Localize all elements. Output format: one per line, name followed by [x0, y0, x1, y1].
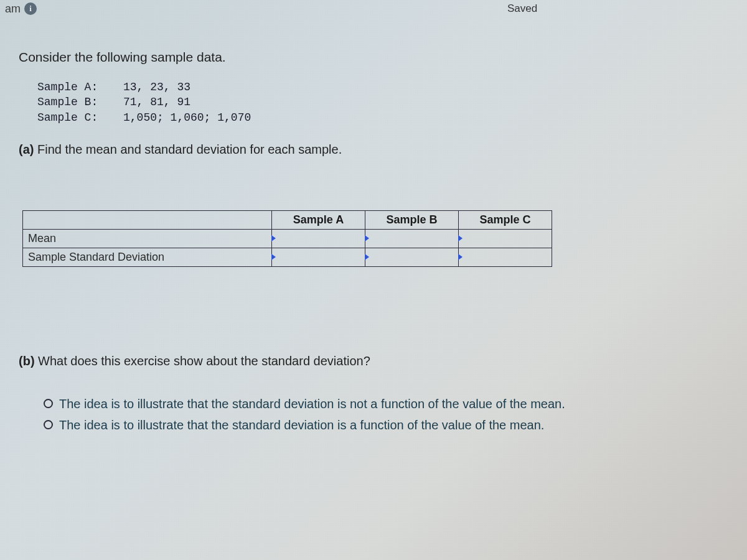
row-label-mean: Mean: [23, 229, 272, 248]
radio-icon[interactable]: [44, 399, 53, 408]
radio-icon[interactable]: [44, 420, 53, 429]
top-bar: am i: [0, 0, 747, 17]
answer-table: Sample A Sample B Sample C Mean Sample S…: [22, 210, 552, 267]
row-label-stddev: Sample Standard Deviation: [23, 248, 272, 266]
cell-marker-icon: [271, 235, 276, 241]
cell-marker-icon: [365, 235, 369, 241]
option-1-text: The idea is to illustrate that the stand…: [59, 393, 565, 414]
part-b-prefix: (b): [19, 354, 35, 368]
sample-c-values: 1,050; 1,060; 1,070: [123, 110, 251, 125]
part-b-prompt: (b) What does this exercise show about t…: [19, 354, 728, 368]
sample-row-c: Sample C: 1,050; 1,060; 1,070: [37, 110, 728, 125]
option-2[interactable]: The idea is to illustrate that the stand…: [44, 414, 728, 436]
table-row-stddev: Sample Standard Deviation: [23, 248, 552, 266]
options-group: The idea is to illustrate that the stand…: [44, 393, 728, 436]
table-row-mean: Mean: [23, 229, 552, 248]
input-mean-a[interactable]: [272, 229, 365, 248]
part-a-prompt: (a) Find the mean and standard deviation…: [19, 142, 728, 157]
info-icon[interactable]: i: [24, 2, 37, 15]
title-text: am: [5, 2, 21, 16]
cell-marker-icon: [458, 235, 463, 241]
option-2-text: The idea is to illustrate that the stand…: [59, 414, 544, 436]
part-b-text: What does this exercise show about the s…: [35, 354, 370, 368]
col-head-sample-c: Sample C: [459, 210, 552, 229]
sample-b-values: 71, 81, 91: [123, 95, 190, 110]
col-head-sample-a: Sample A: [272, 210, 365, 229]
cell-marker-icon: [458, 254, 463, 260]
part-a-prefix: (a): [19, 142, 34, 156]
page-title-fragment: am i: [5, 2, 37, 16]
question-content: Consider the following sample data. Samp…: [19, 50, 728, 436]
intro-text: Consider the following sample data.: [19, 50, 728, 65]
cell-marker-icon: [271, 254, 276, 260]
col-head-sample-b: Sample B: [365, 210, 459, 229]
sample-b-label: Sample B:: [37, 95, 106, 110]
input-stddev-b[interactable]: [365, 248, 459, 266]
option-1[interactable]: The idea is to illustrate that the stand…: [44, 393, 728, 414]
input-mean-b[interactable]: [365, 229, 459, 248]
input-mean-c[interactable]: [459, 229, 552, 248]
sample-a-label: Sample A:: [37, 80, 106, 95]
input-stddev-a[interactable]: [272, 248, 365, 266]
input-stddev-c[interactable]: [459, 248, 552, 266]
sample-data-block: Sample A: 13, 23, 33 Sample B: 71, 81, 9…: [37, 80, 728, 125]
part-a-text: Find the mean and standard deviation for…: [34, 142, 342, 156]
sample-row-a: Sample A: 13, 23, 33: [37, 80, 728, 95]
cell-marker-icon: [365, 254, 369, 260]
table-corner-cell: [23, 210, 272, 229]
sample-c-label: Sample C:: [37, 110, 106, 125]
sample-a-values: 13, 23, 33: [123, 80, 190, 95]
saved-indicator: Saved: [507, 2, 537, 15]
sample-row-b: Sample B: 71, 81, 91: [37, 95, 728, 110]
